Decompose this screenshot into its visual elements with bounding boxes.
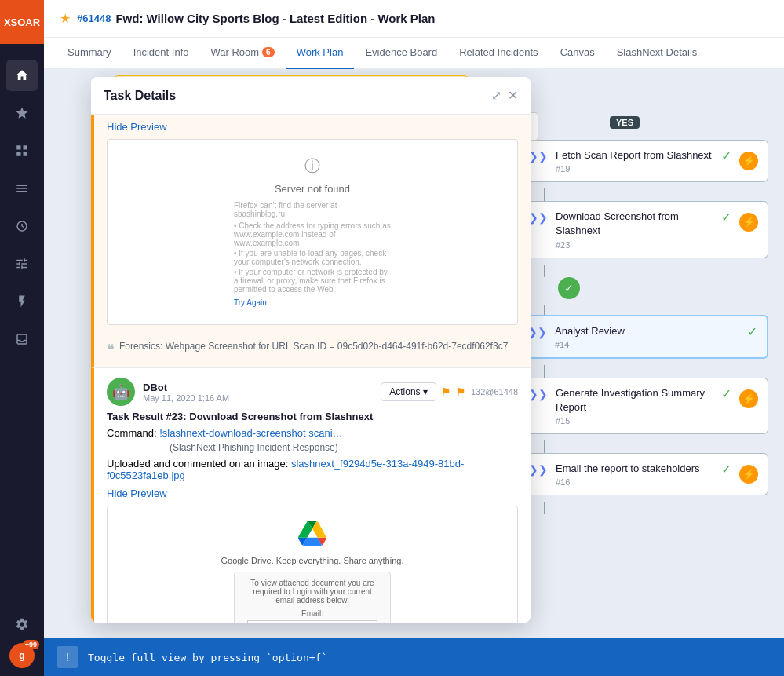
dbot-avatar: 🤖 <box>107 378 135 406</box>
task-details-modal: Task Details ⤢ ✕ Hide Preview <box>91 77 531 623</box>
avatar-initials: g <box>19 650 24 661</box>
tab-related-incidents[interactable]: Related Incidents <box>448 38 549 69</box>
dbot-content: Task Result #23: Download Screenshot fro… <box>94 411 531 623</box>
tab-incident-info[interactable]: Incident Info <box>122 38 200 69</box>
sidebar-item-circle[interactable] <box>6 210 38 242</box>
preview-card-inner-1: ⓘ Server not found Firefox can't find th… <box>108 140 517 324</box>
modal-header: Task Details ⤢ ✕ <box>91 77 531 115</box>
workflow-node-analyst[interactable]: ❯❯ Analyst Review #14 ✓ <box>517 315 768 359</box>
connector <box>544 365 545 378</box>
phishing-inner: Google Drive. Keep everything. Share any… <box>108 506 517 623</box>
main-content: Malicious URL found ! Cortex XSOAR - Sla… <box>44 69 784 638</box>
bottom-bar-text: Toggle full view by pressing `option+f` <box>88 652 327 663</box>
node-title-download: Download Screenshot from Slashnext <box>556 210 713 238</box>
uploaded-label: Uploaded and commented on an image: <box>107 458 288 470</box>
phishing-form: To view attached document you are requir… <box>234 572 391 623</box>
sidebar-item-star[interactable] <box>6 97 38 129</box>
workflow-node-fetch-scan[interactable]: ❯❯ Fetch Scan Report from Slashnext #19 … <box>517 140 768 182</box>
flag-icon-1[interactable]: ⚑ <box>441 386 451 398</box>
message-block-1: Hide Preview ⓘ Server not found Firefox … <box>91 115 531 367</box>
yes-badge: YES <box>610 116 640 129</box>
dbot-time: May 11, 2020 1:16 AM <box>143 393 373 403</box>
favorite-star-icon[interactable]: ★ <box>60 11 71 26</box>
modal-title: Task Details <box>104 89 176 103</box>
sidebar-item-grid[interactable] <box>6 135 38 166</box>
command-line: Command: !slashnext-download-screenshot … <box>107 427 518 439</box>
sidebar-logo[interactable]: XSOAR <box>0 0 44 44</box>
node-title-email: Email the report to stakeholders <box>556 462 713 476</box>
tab-war-room[interactable]: War Room 6 <box>199 38 285 69</box>
node-id-generate: #15 <box>556 416 713 426</box>
task-result: Task Result #23: Download Screenshot fro… <box>107 411 518 422</box>
node-title-analyst: Analyst Review <box>555 324 739 338</box>
connector <box>544 188 545 201</box>
workflow-node-generate[interactable]: ❯❯ Generate Investigation Summary Report… <box>517 378 768 434</box>
page-title: Fwd: Willow City Sports Blog - Latest Ed… <box>115 12 435 25</box>
command-link[interactable]: !slashnext-download-screenshot scani… <box>159 427 342 439</box>
workflow-node-email[interactable]: ❯❯ Email the report to stakeholders #16 … <box>517 453 768 495</box>
node-generate-report: ❯❯ Generate Investigation Summary Report… <box>517 378 768 453</box>
modal-overlay: Task Details ⤢ ✕ Hide Preview <box>91 77 531 623</box>
node-chevron-icon: ❯❯ <box>529 150 548 163</box>
server-not-found-title: Server not found <box>234 183 391 195</box>
node-id-analyst: #14 <box>555 340 739 349</box>
svg-line-2 <box>22 226 24 228</box>
sidebar-item-adjust[interactable] <box>6 248 38 280</box>
server-not-found: ⓘ Server not found Firefox can't find th… <box>234 155 391 309</box>
node-fetch-scan: ❯❯ Fetch Scan Report from Slashnext #19 … <box>517 140 768 201</box>
incident-id: #61448 <box>77 13 111 24</box>
sidebar-item-inbox[interactable] <box>6 323 38 355</box>
close-icon[interactable]: ✕ <box>508 88 518 103</box>
preview-card-1: ⓘ Server not found Firefox can't find th… <box>107 139 518 325</box>
user-avatar[interactable]: g +99 <box>9 643 35 668</box>
dbot-actions-row: Actions ▾ ⚑ ⚑ 132@61448 <box>381 382 518 401</box>
node-chevron-icon: ❯❯ <box>529 388 548 400</box>
gdrive-icon <box>298 519 326 553</box>
node-id-email: #16 <box>556 477 713 487</box>
modal-header-actions: ⤢ ✕ <box>491 88 518 103</box>
workflow-nodes: YES ❯❯ Fetch Scan Report from Slashnext … <box>517 116 768 623</box>
connector <box>544 440 545 453</box>
node-check-icon: ✓ <box>721 386 731 401</box>
tab-summary[interactable]: Summary <box>57 38 122 69</box>
message-header-1: Hide Preview <box>94 115 531 139</box>
hide-preview-1[interactable]: Hide Preview <box>107 121 167 133</box>
bottom-bar: ! Toggle full view by pressing `option+f… <box>44 638 784 676</box>
node-lightning-icon: ⚡ <box>739 152 758 170</box>
tab-work-plan[interactable]: Work Plan <box>286 38 355 69</box>
sidebar-item-list[interactable] <box>6 173 38 204</box>
dbot-id: 132@61448 <box>471 387 518 396</box>
hide-preview-2[interactable]: Hide Preview <box>107 488 167 499</box>
node-check-icon: ✓ <box>747 324 757 339</box>
expand-icon[interactable]: ⤢ <box>491 88 501 103</box>
node-chevron-icon: ❯❯ <box>529 463 548 476</box>
command-sub: (SlashNext Phishing Incident Response) <box>170 442 518 453</box>
tab-slashnext[interactable]: SlashNext Details <box>606 38 709 69</box>
flag-icon-2[interactable]: ⚑ <box>456 386 466 398</box>
sidebar-item-settings[interactable] <box>6 608 38 640</box>
node-download-screenshot: ❯❯ Download Screenshot from Slashnext #2… <box>517 201 768 276</box>
tab-evidence-board[interactable]: Evidence Board <box>354 38 448 69</box>
actions-button[interactable]: Actions ▾ <box>381 382 436 401</box>
node-analyst-review: ❯❯ Analyst Review #14 ✓ <box>517 315 768 378</box>
node-check-icon: ✓ <box>721 462 731 477</box>
sidebar-item-home[interactable] <box>6 60 38 91</box>
node-title-generate: Generate Investigation Summary Report <box>556 386 713 415</box>
node-id-fetch: #19 <box>556 164 713 174</box>
tab-canvas[interactable]: Canvas <box>549 38 606 69</box>
server-not-found-icon: ⓘ <box>234 155 391 177</box>
workflow-background: Malicious URL found ! Cortex XSOAR - Sla… <box>44 69 784 638</box>
forensics-text-1: ❝ Forensics: Webpage Screenshot for URL … <box>94 334 531 367</box>
dbot-header: 🤖 DBot May 11, 2020 1:16 AM Actions ▾ ⚑ … <box>94 368 531 411</box>
command-label: Command: <box>107 427 157 439</box>
node-chevron-icon: ❯❯ <box>529 211 548 224</box>
header: ★ #61448 Fwd: Willow City Sports Blog - … <box>44 0 784 38</box>
task-result-label: Task Result #23: Download Screenshot fro… <box>107 411 373 422</box>
modal-body[interactable]: Hide Preview ⓘ Server not found Firefox … <box>91 115 531 623</box>
avatar-badge: +99 <box>23 640 39 649</box>
connector <box>544 265 545 277</box>
sidebar-item-bolt[interactable] <box>6 286 38 317</box>
workflow-node-download[interactable]: ❯❯ Download Screenshot from Slashnext #2… <box>517 201 768 258</box>
nav-tabs: Summary Incident Info War Room 6 Work Pl… <box>44 38 784 69</box>
quote-icon-1: ❝ <box>107 341 115 358</box>
